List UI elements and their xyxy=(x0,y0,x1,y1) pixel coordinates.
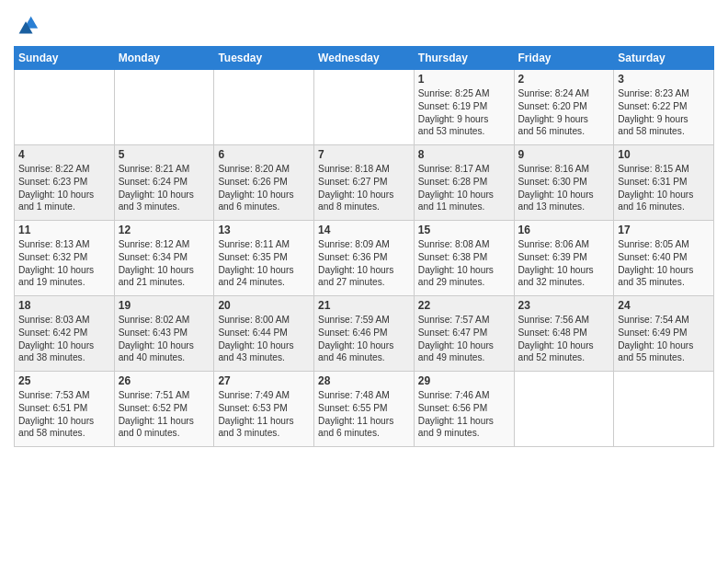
day-number: 26 xyxy=(119,374,210,387)
day-info: Sunrise: 7:56 AM Sunset: 6:48 PM Dayligh… xyxy=(518,314,610,364)
weekday-header-sunday: Sunday xyxy=(15,47,115,70)
calendar-cell xyxy=(314,70,415,145)
calendar-cell: 17Sunrise: 8:05 AM Sunset: 6:40 PM Dayli… xyxy=(614,221,714,296)
calendar-cell: 21Sunrise: 7:59 AM Sunset: 6:46 PM Dayli… xyxy=(314,296,415,372)
day-info: Sunrise: 7:49 AM Sunset: 6:53 PM Dayligh… xyxy=(218,389,310,440)
calendar-cell: 13Sunrise: 8:11 AM Sunset: 6:35 PM Dayli… xyxy=(214,221,314,296)
weekday-header-row: SundayMondayTuesdayWednesdayThursdayFrid… xyxy=(15,47,714,70)
calendar-cell: 5Sunrise: 8:21 AM Sunset: 6:24 PM Daylig… xyxy=(114,145,214,221)
day-number: 25 xyxy=(18,374,110,387)
day-number: 2 xyxy=(518,73,610,86)
day-info: Sunrise: 7:57 AM Sunset: 6:47 PM Dayligh… xyxy=(418,314,510,364)
calendar-cell: 28Sunrise: 7:48 AM Sunset: 6:55 PM Dayli… xyxy=(314,372,415,447)
day-number: 13 xyxy=(218,224,310,236)
weekday-header-wednesday: Wednesday xyxy=(314,47,415,70)
day-info: Sunrise: 8:06 AM Sunset: 6:39 PM Dayligh… xyxy=(518,238,610,289)
calendar-cell: 26Sunrise: 7:51 AM Sunset: 6:52 PM Dayli… xyxy=(114,372,214,447)
day-number: 10 xyxy=(618,148,710,161)
logo xyxy=(14,13,41,39)
weekday-header-monday: Monday xyxy=(114,47,214,70)
day-info: Sunrise: 7:51 AM Sunset: 6:52 PM Dayligh… xyxy=(119,389,210,440)
day-info: Sunrise: 8:05 AM Sunset: 6:40 PM Dayligh… xyxy=(618,238,710,289)
calendar-cell: 7Sunrise: 8:18 AM Sunset: 6:27 PM Daylig… xyxy=(314,145,415,221)
day-number: 24 xyxy=(618,299,710,312)
day-info: Sunrise: 8:15 AM Sunset: 6:31 PM Dayligh… xyxy=(618,163,710,213)
calendar-cell: 18Sunrise: 8:03 AM Sunset: 6:42 PM Dayli… xyxy=(15,296,115,372)
day-number: 17 xyxy=(618,224,710,236)
calendar-cell: 3Sunrise: 8:23 AM Sunset: 6:22 PM Daylig… xyxy=(614,70,714,145)
day-number: 16 xyxy=(518,224,610,236)
day-info: Sunrise: 8:22 AM Sunset: 6:23 PM Dayligh… xyxy=(18,163,110,213)
day-info: Sunrise: 8:00 AM Sunset: 6:44 PM Dayligh… xyxy=(218,314,310,364)
calendar-cell: 29Sunrise: 7:46 AM Sunset: 6:56 PM Dayli… xyxy=(414,372,514,447)
week-row-3: 11Sunrise: 8:13 AM Sunset: 6:32 PM Dayli… xyxy=(15,221,714,296)
calendar-cell: 27Sunrise: 7:49 AM Sunset: 6:53 PM Dayli… xyxy=(214,372,314,447)
calendar-cell: 8Sunrise: 8:17 AM Sunset: 6:28 PM Daylig… xyxy=(414,145,514,221)
calendar-cell: 10Sunrise: 8:15 AM Sunset: 6:31 PM Dayli… xyxy=(614,145,714,221)
calendar-cell: 19Sunrise: 8:02 AM Sunset: 6:43 PM Dayli… xyxy=(114,296,214,372)
day-number: 6 xyxy=(218,148,310,161)
calendar-cell: 15Sunrise: 8:08 AM Sunset: 6:38 PM Dayli… xyxy=(414,221,514,296)
day-number: 12 xyxy=(119,224,210,236)
calendar-cell xyxy=(15,70,115,145)
logo-icon xyxy=(14,13,40,39)
day-number: 22 xyxy=(418,299,510,312)
day-info: Sunrise: 7:46 AM Sunset: 6:56 PM Dayligh… xyxy=(418,389,510,440)
calendar-cell: 23Sunrise: 7:56 AM Sunset: 6:48 PM Dayli… xyxy=(514,296,614,372)
day-info: Sunrise: 8:13 AM Sunset: 6:32 PM Dayligh… xyxy=(18,238,110,289)
main-container: SundayMondayTuesdayWednesdayThursdayFrid… xyxy=(0,0,728,456)
week-row-2: 4Sunrise: 8:22 AM Sunset: 6:23 PM Daylig… xyxy=(15,145,714,221)
day-number: 3 xyxy=(618,73,710,86)
day-info: Sunrise: 8:11 AM Sunset: 6:35 PM Dayligh… xyxy=(218,238,310,289)
day-info: Sunrise: 8:23 AM Sunset: 6:22 PM Dayligh… xyxy=(618,87,710,138)
calendar-cell: 22Sunrise: 7:57 AM Sunset: 6:47 PM Dayli… xyxy=(414,296,514,372)
day-number: 14 xyxy=(318,224,410,236)
day-info: Sunrise: 7:53 AM Sunset: 6:51 PM Dayligh… xyxy=(18,389,110,440)
calendar-cell: 1Sunrise: 8:25 AM Sunset: 6:19 PM Daylig… xyxy=(414,70,514,145)
calendar-cell xyxy=(514,372,614,447)
week-row-1: 1Sunrise: 8:25 AM Sunset: 6:19 PM Daylig… xyxy=(15,70,714,145)
day-number: 20 xyxy=(218,299,310,312)
day-info: Sunrise: 7:54 AM Sunset: 6:49 PM Dayligh… xyxy=(618,314,710,364)
day-info: Sunrise: 8:12 AM Sunset: 6:34 PM Dayligh… xyxy=(119,238,210,289)
header xyxy=(14,9,714,39)
day-info: Sunrise: 8:09 AM Sunset: 6:36 PM Dayligh… xyxy=(318,238,410,289)
day-number: 7 xyxy=(318,148,410,161)
calendar-cell: 20Sunrise: 8:00 AM Sunset: 6:44 PM Dayli… xyxy=(214,296,314,372)
calendar-cell xyxy=(114,70,214,145)
calendar-cell: 12Sunrise: 8:12 AM Sunset: 6:34 PM Dayli… xyxy=(114,221,214,296)
week-row-5: 25Sunrise: 7:53 AM Sunset: 6:51 PM Dayli… xyxy=(15,372,714,447)
calendar-cell: 25Sunrise: 7:53 AM Sunset: 6:51 PM Dayli… xyxy=(15,372,115,447)
week-row-4: 18Sunrise: 8:03 AM Sunset: 6:42 PM Dayli… xyxy=(15,296,714,372)
day-number: 8 xyxy=(418,148,510,161)
day-info: Sunrise: 8:16 AM Sunset: 6:30 PM Dayligh… xyxy=(518,163,610,213)
day-info: Sunrise: 8:20 AM Sunset: 6:26 PM Dayligh… xyxy=(218,163,310,213)
day-number: 18 xyxy=(18,299,110,312)
day-number: 29 xyxy=(418,374,510,387)
calendar-cell: 11Sunrise: 8:13 AM Sunset: 6:32 PM Dayli… xyxy=(15,221,115,296)
day-info: Sunrise: 8:18 AM Sunset: 6:27 PM Dayligh… xyxy=(318,163,410,213)
day-number: 15 xyxy=(418,224,510,236)
calendar-cell xyxy=(214,70,314,145)
day-info: Sunrise: 8:21 AM Sunset: 6:24 PM Dayligh… xyxy=(119,163,210,213)
weekday-header-tuesday: Tuesday xyxy=(214,47,314,70)
calendar-cell: 6Sunrise: 8:20 AM Sunset: 6:26 PM Daylig… xyxy=(214,145,314,221)
calendar-cell: 24Sunrise: 7:54 AM Sunset: 6:49 PM Dayli… xyxy=(614,296,714,372)
day-info: Sunrise: 8:03 AM Sunset: 6:42 PM Dayligh… xyxy=(18,314,110,364)
day-number: 23 xyxy=(518,299,610,312)
calendar-cell: 14Sunrise: 8:09 AM Sunset: 6:36 PM Dayli… xyxy=(314,221,415,296)
day-info: Sunrise: 8:24 AM Sunset: 6:20 PM Dayligh… xyxy=(518,87,610,138)
day-number: 28 xyxy=(318,374,410,387)
day-number: 1 xyxy=(418,73,510,86)
day-number: 9 xyxy=(518,148,610,161)
weekday-header-thursday: Thursday xyxy=(414,47,514,70)
day-info: Sunrise: 7:48 AM Sunset: 6:55 PM Dayligh… xyxy=(318,389,410,440)
day-number: 5 xyxy=(119,148,210,161)
calendar-cell: 2Sunrise: 8:24 AM Sunset: 6:20 PM Daylig… xyxy=(514,70,614,145)
day-info: Sunrise: 8:25 AM Sunset: 6:19 PM Dayligh… xyxy=(418,87,510,138)
day-number: 27 xyxy=(218,374,310,387)
day-info: Sunrise: 7:59 AM Sunset: 6:46 PM Dayligh… xyxy=(318,314,410,364)
calendar-table: SundayMondayTuesdayWednesdayThursdayFrid… xyxy=(14,46,714,447)
weekday-header-friday: Friday xyxy=(514,47,614,70)
calendar-cell xyxy=(614,372,714,447)
